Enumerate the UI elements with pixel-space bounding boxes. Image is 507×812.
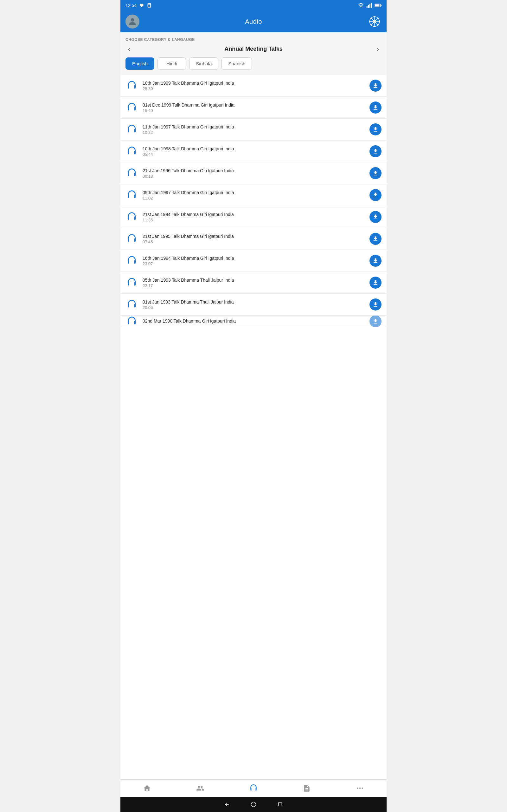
recents-icon — [278, 802, 283, 807]
audio-title: 10th Jan 1998 Talk Dhamma Giri Igatpuri … — [143, 146, 370, 151]
audio-info: 11th Jan 1997 Talk Dhamma Giri Igatpuri … — [143, 124, 370, 135]
download-button[interactable] — [370, 255, 382, 267]
svg-rect-5 — [368, 5, 369, 8]
svg-point-26 — [357, 788, 358, 789]
system-nav-bar — [120, 797, 387, 812]
svg-point-29 — [251, 802, 256, 807]
download-icon — [372, 280, 379, 286]
download-button[interactable] — [370, 101, 382, 113]
nav-teachers[interactable] — [191, 783, 210, 794]
audio-info: 02nd Mar 1990 Talk Dhamma Giri Igatpuri … — [143, 318, 370, 324]
download-button[interactable] — [370, 123, 382, 136]
download-button[interactable] — [370, 316, 382, 327]
notification-icon — [139, 3, 144, 8]
prev-category-button[interactable]: ‹ — [125, 43, 133, 55]
audio-headphone-icon — [125, 254, 138, 267]
audio-item[interactable]: 05th Jan 1993 Talk Dhamma Thali Jaipur I… — [120, 272, 387, 294]
audio-headphone-icon — [125, 167, 138, 180]
svg-rect-10 — [381, 5, 382, 6]
language-tabs: English Hindi Sinhala Spanish — [125, 57, 382, 70]
audio-item[interactable]: 31st Dec 1999 Talk Dhamma Giri Igatpuri … — [120, 97, 387, 119]
audio-item[interactable]: 21st Jan 1995 Talk Dhamma Giri Igatpuri … — [120, 228, 387, 250]
download-icon — [372, 214, 379, 220]
wifi-icon — [358, 3, 364, 8]
download-icon — [372, 258, 379, 264]
nav-notes[interactable] — [297, 783, 316, 794]
audio-info: 21st Jan 1995 Talk Dhamma Giri Igatpuri … — [143, 234, 370, 244]
svg-point-23 — [377, 24, 379, 26]
audio-list: 10th Jan 1999 Talk Dhamma Giri Igatpuri … — [120, 75, 387, 779]
download-button[interactable] — [370, 80, 382, 92]
audio-item[interactable]: 02nd Mar 1990 Talk Dhamma Giri Igatpuri … — [120, 316, 387, 327]
settings-button[interactable] — [368, 14, 382, 29]
audio-info: 01st Jan 1993 Talk Dhamma Thali Jaipur I… — [143, 299, 370, 310]
audio-info: 09th Jan 1997 Talk Dhamma Giri Igatpuri … — [143, 190, 370, 200]
category-section: CHOOSE CATEGORY & LANGAUGE ‹ Annual Meet… — [120, 32, 387, 75]
download-button[interactable] — [370, 233, 382, 245]
audio-duration: 11:02 — [143, 196, 370, 200]
audio-item[interactable]: 09th Jan 1997 Talk Dhamma Giri Igatpuri … — [120, 184, 387, 206]
audio-duration: 07:45 — [143, 240, 370, 244]
download-button[interactable] — [370, 299, 382, 310]
download-button[interactable] — [370, 189, 382, 201]
audio-headphone-icon — [125, 298, 138, 311]
svg-point-27 — [359, 788, 360, 789]
next-category-button[interactable]: › — [374, 43, 382, 55]
status-time: 12:54 — [125, 3, 136, 8]
audio-item[interactable]: 10th Jan 1999 Talk Dhamma Giri Igatpuri … — [120, 75, 387, 97]
teachers-icon — [196, 784, 205, 792]
audio-duration: 10:22 — [143, 130, 370, 135]
download-button[interactable] — [370, 211, 382, 223]
audio-headphone-icon — [125, 316, 138, 327]
audio-info: 31st Dec 1999 Talk Dhamma Giri Igatpuri … — [143, 102, 370, 113]
svg-rect-6 — [370, 4, 371, 8]
category-title: Annual Meeting Talks — [224, 46, 283, 52]
svg-point-18 — [374, 16, 375, 17]
back-button[interactable] — [223, 801, 231, 808]
audio-title: 01st Jan 1993 Talk Dhamma Thali Jaipur I… — [143, 299, 370, 305]
download-button[interactable] — [370, 167, 382, 179]
audio-headphone-icon — [125, 233, 138, 245]
more-icon — [356, 784, 364, 792]
audio-duration: 05:44 — [143, 152, 370, 157]
download-icon — [372, 318, 379, 324]
audio-item[interactable]: 21st Jan 1994 Talk Dhamma Giri Igatpuri … — [120, 206, 387, 228]
audio-title: 16th Jan 1994 Talk Dhamma Giri Igatpuri … — [143, 256, 370, 261]
audio-item[interactable]: 21st Jan 1996 Talk Dhamma Giri Igatpuri … — [120, 162, 387, 184]
lang-tab-english[interactable]: English — [125, 57, 154, 70]
headphones-icon — [249, 784, 258, 792]
download-button[interactable] — [370, 276, 382, 289]
nav-home[interactable] — [138, 783, 156, 794]
audio-headphone-icon — [125, 211, 138, 223]
audio-title: 10th Jan 1999 Talk Dhamma Giri Igatpuri … — [143, 81, 370, 86]
audio-title: 21st Jan 1995 Talk Dhamma Giri Igatpuri … — [143, 234, 370, 239]
nav-more[interactable] — [351, 783, 369, 794]
category-nav-row: ‹ Annual Meeting Talks › — [125, 46, 382, 52]
download-icon — [372, 148, 379, 154]
home-icon — [143, 784, 151, 792]
audio-item[interactable]: 16th Jan 1994 Talk Dhamma Giri Igatpuri … — [120, 250, 387, 272]
main-content: CHOOSE CATEGORY & LANGAUGE ‹ Annual Meet… — [120, 32, 387, 779]
svg-point-25 — [371, 24, 372, 26]
lang-tab-sinhala[interactable]: Sinhala — [189, 57, 218, 70]
audio-info: 16th Jan 1994 Talk Dhamma Giri Igatpuri … — [143, 256, 370, 266]
nav-audio[interactable] — [244, 783, 263, 794]
download-button[interactable] — [370, 145, 382, 157]
audio-info: 10th Jan 1999 Talk Dhamma Giri Igatpuri … — [143, 81, 370, 91]
recents-button[interactable] — [276, 801, 284, 808]
audio-duration: 23:07 — [143, 261, 370, 266]
audio-item[interactable]: 11th Jan 1997 Talk Dhamma Giri Igatpuri … — [120, 119, 387, 141]
avatar[interactable] — [125, 14, 139, 29]
audio-info: 21st Jan 1996 Talk Dhamma Giri Igatpuri … — [143, 168, 370, 179]
svg-rect-7 — [371, 3, 372, 8]
audio-item[interactable]: 10th Jan 1998 Talk Dhamma Giri Igatpuri … — [120, 141, 387, 162]
lang-tab-hindi[interactable]: Hindi — [158, 57, 186, 70]
home-button[interactable] — [250, 801, 257, 808]
svg-rect-0 — [140, 4, 144, 6]
svg-point-21 — [379, 21, 380, 22]
download-icon — [372, 170, 379, 176]
audio-headphone-icon — [125, 101, 138, 114]
audio-item[interactable]: 01st Jan 1993 Talk Dhamma Thali Jaipur I… — [120, 294, 387, 316]
lang-tab-spanish[interactable]: Spanish — [222, 57, 252, 70]
svg-point-19 — [374, 26, 375, 27]
